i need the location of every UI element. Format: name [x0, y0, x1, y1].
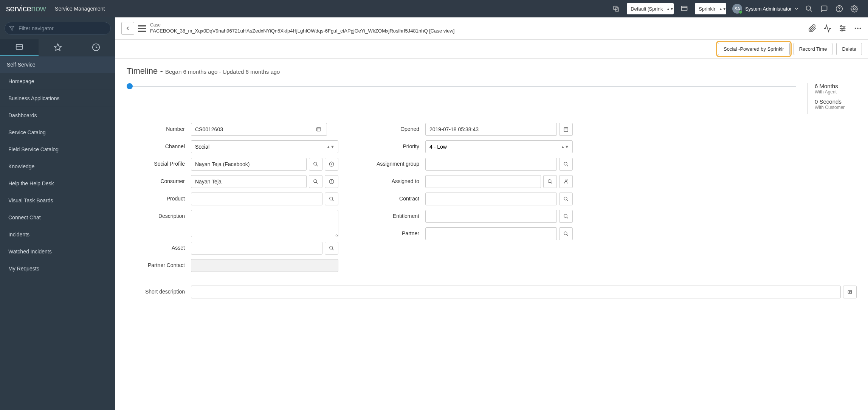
customer-duration: 0 Seconds	[815, 98, 857, 105]
social-sprinklr-button[interactable]: Social -Powered by Sprinklr	[718, 43, 790, 55]
nav-item-incidents[interactable]: Incidents	[0, 226, 115, 243]
record-type-label: Case	[150, 22, 454, 28]
assigned-to-field[interactable]	[425, 175, 541, 188]
nav-tab-all[interactable]	[0, 39, 39, 56]
nav-item-homepage[interactable]: Homepage	[0, 73, 115, 90]
form-menu-button[interactable]	[138, 25, 146, 32]
short-description-field[interactable]	[191, 286, 841, 298]
nav-item-service-catalog[interactable]: Service Catalog	[0, 124, 115, 141]
product-lookup-icon[interactable]	[325, 193, 338, 205]
partner-lookup-icon[interactable]	[559, 227, 573, 240]
record-identifier: FACEBOOK_38_m_Xqx0DqV9nah96721uHAsZedxNY…	[150, 28, 454, 34]
chevron-down-icon	[795, 7, 798, 11]
label-contract: Contract	[361, 193, 425, 202]
chat-icon[interactable]	[817, 1, 832, 16]
contract-lookup-icon[interactable]	[559, 193, 573, 205]
form-area: Number Channel Social ▲▼	[115, 114, 868, 286]
label-priority: Priority	[361, 140, 425, 149]
application-picker[interactable]: Sprinklr	[695, 3, 726, 14]
number-lock-icon[interactable]	[314, 123, 323, 136]
svg-point-19	[841, 30, 843, 31]
help-icon[interactable]	[832, 1, 847, 16]
logo[interactable]: servicenow	[6, 4, 46, 14]
svg-marker-9	[9, 26, 14, 31]
update-set-picker[interactable]: Default [Sprink	[627, 3, 674, 14]
content-area: Case FACEBOOK_38_m_Xqx0DqV9nah96721uHAsZ…	[115, 17, 868, 410]
assignment-group-lookup-icon[interactable]	[559, 158, 573, 171]
nav-item-knowledge[interactable]: Knowledge	[0, 158, 115, 175]
social-profile-field[interactable]	[191, 158, 307, 171]
asset-field[interactable]	[191, 242, 322, 255]
nav-item-business-applications[interactable]: Business Applications	[0, 90, 115, 107]
timeline-meta: 6 Months With Agent 0 Seconds With Custo…	[808, 83, 857, 114]
svg-line-32	[316, 182, 318, 184]
asset-lookup-icon[interactable]	[325, 242, 338, 255]
nav-item-my-requests[interactable]: My Requests	[0, 260, 115, 277]
nav-item-watched-incidents[interactable]: Watched Incidents	[0, 243, 115, 260]
entitlement-lookup-icon[interactable]	[559, 210, 573, 223]
copy-icon[interactable]	[609, 1, 624, 16]
nav-tab-favorites[interactable]	[39, 39, 77, 56]
product-field[interactable]	[191, 193, 322, 205]
delete-button[interactable]: Delete	[836, 43, 862, 55]
opened-field[interactable]	[425, 123, 557, 136]
record-time-button[interactable]: Record Time	[794, 43, 833, 55]
personalize-icon[interactable]	[839, 24, 847, 33]
nav-item-field-service-catalog[interactable]: Field Service Catalog	[0, 141, 115, 158]
application-icon[interactable]	[677, 1, 692, 16]
activity-icon[interactable]	[823, 24, 832, 33]
svg-point-48	[565, 180, 567, 182]
consumer-info-icon[interactable]	[325, 175, 338, 188]
assign-to-me-icon[interactable]	[559, 175, 573, 188]
description-field[interactable]	[191, 210, 338, 237]
nav-item-connect-chat[interactable]: Connect Chat	[0, 209, 115, 226]
more-options-icon[interactable]	[854, 24, 862, 33]
entitlement-field[interactable]	[425, 210, 557, 223]
agent-label: With Agent	[815, 89, 857, 95]
back-button[interactable]	[121, 22, 134, 35]
svg-point-7	[839, 10, 840, 11]
timeline-title: Timeline - Began 6 months ago - Updated …	[127, 66, 857, 76]
partner-field[interactable]	[425, 227, 557, 240]
navigator: Self-Service Homepage Business Applicati…	[0, 17, 115, 410]
search-icon[interactable]	[801, 1, 817, 16]
nav-section-self-service[interactable]: Self-Service	[0, 56, 115, 73]
svg-point-8	[854, 8, 856, 10]
timeline-section: Timeline - Began 6 months ago - Updated …	[115, 58, 868, 114]
consumer-lookup-icon[interactable]	[309, 175, 322, 188]
social-profile-lookup-icon[interactable]	[309, 158, 322, 171]
assigned-to-lookup-icon[interactable]	[543, 175, 557, 188]
filter-navigator-input[interactable]	[5, 22, 111, 35]
svg-rect-40	[564, 127, 568, 132]
label-short-description: Short description	[127, 286, 191, 295]
nav-item-visual-task-boards[interactable]: Visual Task Boards	[0, 192, 115, 209]
svg-point-49	[564, 197, 567, 200]
svg-line-39	[332, 249, 334, 250]
nav-item-help-desk[interactable]: Help the Help Desk	[0, 175, 115, 192]
svg-point-22	[860, 28, 861, 29]
timeline-bar[interactable]	[127, 86, 796, 87]
channel-select[interactable]: Social	[191, 140, 338, 153]
number-field[interactable]	[191, 123, 327, 136]
short-description-suggest-icon[interactable]	[843, 286, 857, 298]
gear-icon[interactable]	[847, 1, 862, 16]
action-row: Social -Powered by Sprinklr Record Time …	[115, 40, 868, 58]
nav-item-dashboards[interactable]: Dashboards	[0, 107, 115, 124]
customer-label: With Customer	[815, 105, 857, 110]
timeline-marker[interactable]	[127, 83, 133, 89]
contract-field[interactable]	[425, 193, 557, 205]
label-entitlement: Entitlement	[361, 210, 425, 219]
svg-point-53	[564, 232, 567, 235]
priority-select[interactable]: 4 - Low	[425, 140, 573, 153]
nav-tab-history[interactable]	[77, 39, 115, 56]
svg-line-27	[316, 165, 318, 166]
opened-calendar-icon[interactable]	[559, 123, 573, 136]
attachment-icon[interactable]	[808, 24, 817, 33]
timeline-title-text: Timeline -	[127, 66, 165, 76]
assignment-group-field[interactable]	[425, 158, 557, 171]
social-profile-info-icon[interactable]	[325, 158, 338, 171]
app-name: Service Management	[55, 6, 105, 12]
consumer-field[interactable]	[191, 175, 307, 188]
user-menu[interactable]: SA System Administrator	[732, 4, 798, 14]
svg-line-37	[332, 200, 334, 201]
